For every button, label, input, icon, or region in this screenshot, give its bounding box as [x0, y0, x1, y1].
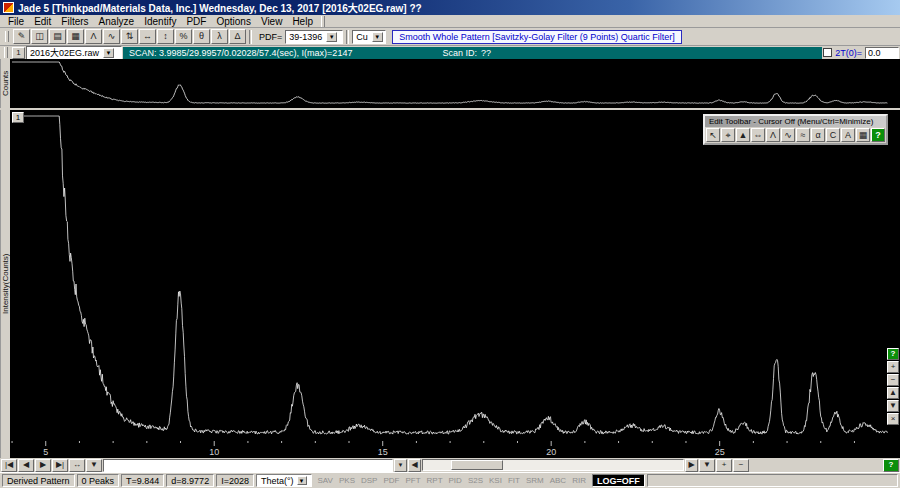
expand-y-button[interactable]: ↕	[157, 29, 174, 44]
range-list-button[interactable]: ▼	[699, 459, 715, 472]
next-pattern-button[interactable]: ▶	[35, 459, 51, 472]
lambda-button[interactable]: λ	[211, 29, 228, 44]
main-chart[interactable]: 510152025	[10, 110, 900, 458]
log-scale-toggle[interactable]: LOG=OFF	[592, 474, 645, 487]
thumbnail-chart[interactable]	[10, 59, 900, 108]
percent-scale-button[interactable]: %	[175, 29, 192, 44]
zoom-out-button[interactable]: −	[887, 374, 899, 386]
zoom-in-icon: +	[891, 363, 896, 371]
delta-button[interactable]: Δ	[229, 29, 246, 44]
peak-marker-button[interactable]: ▲	[736, 128, 750, 142]
edit-pattern-button[interactable]: ✎	[13, 29, 30, 44]
jade-window: Jade 5 [Thinkpad/Materials Data, Inc.] W…	[0, 0, 900, 488]
prev-pattern-icon: ◀	[23, 461, 29, 469]
menu-edit[interactable]: Edit	[29, 15, 56, 28]
peak-fit-button[interactable]: Λ	[766, 128, 780, 142]
menu-analyze[interactable]: Analyze	[94, 15, 140, 28]
report-button[interactable]: ▦	[67, 29, 84, 44]
fit-width-icon: ↔	[73, 461, 81, 469]
zoom-plus-icon: +	[722, 461, 727, 469]
scrollbar-thumb[interactable]	[451, 460, 503, 470]
find-peaks-button[interactable]: Λ	[85, 29, 102, 44]
clear-icon: C	[830, 131, 837, 140]
menu-help[interactable]: Help	[287, 15, 318, 28]
fit-width-button[interactable]: ↔	[69, 459, 85, 472]
zoom-out-icon: −	[891, 376, 896, 384]
flag-s2s: S2S	[468, 476, 483, 485]
toolbar-grip[interactable]	[4, 47, 8, 58]
scroll-right-button[interactable]: ▶	[685, 459, 698, 472]
smooth-edit-button[interactable]: ∿	[781, 128, 795, 142]
window-title: Jade 5 [Thinkpad/Materials Data, Inc.] W…	[18, 0, 422, 15]
menu-options[interactable]: Options	[211, 15, 255, 28]
angle-unit-combo[interactable]: Theta(°) ▼	[256, 474, 312, 487]
grid-icon: ▦	[859, 131, 868, 140]
menu-items: FileEditFiltersAnalyzeIdentifyPDFOptions…	[3, 15, 318, 28]
bottom-help-icon: ?	[889, 461, 894, 469]
scale-y-button[interactable]: ⇅	[121, 29, 138, 44]
zoom-buttons: ▼+−?	[699, 459, 899, 472]
overlay-button[interactable]: ◫	[31, 29, 48, 44]
background-button[interactable]: ≈	[796, 128, 810, 142]
close-zoom-button[interactable]: ×	[887, 413, 899, 425]
kalpha-button[interactable]: α	[811, 128, 825, 142]
titlebar[interactable]: Jade 5 [Thinkpad/Materials Data, Inc.] W…	[0, 0, 900, 15]
menu-filters[interactable]: Filters	[56, 15, 93, 28]
help-button[interactable]: ?	[871, 128, 885, 142]
menu-view[interactable]: View	[256, 15, 288, 28]
pattern-index-button[interactable]: 1	[12, 47, 25, 59]
position-input[interactable]	[103, 459, 393, 472]
pattern-index-badge[interactable]: 1	[12, 112, 24, 123]
last-pattern-icon: ▶|	[56, 461, 64, 469]
first-pattern-button[interactable]: |◀	[1, 459, 17, 472]
zoom-minus-button[interactable]: −	[733, 459, 749, 472]
two-theta-checkbox[interactable]	[823, 48, 832, 57]
toolbar-grip[interactable]	[5, 31, 9, 42]
chevron-down-icon[interactable]: ▼	[326, 32, 337, 42]
edit-toolbar-titlebar[interactable]: Edit Toolbar - Cursor Off (Menu/Ctrl=Min…	[705, 116, 886, 127]
flag-dsp: DSP	[361, 476, 377, 485]
clear-button[interactable]: C	[826, 128, 840, 142]
pdf-combo[interactable]: 39-1396 ▼	[285, 30, 343, 44]
zoom-in-button[interactable]: +	[887, 361, 899, 373]
chevron-down-icon[interactable]: ▼	[103, 48, 114, 58]
pan-up-icon: ▲	[889, 389, 897, 397]
pattern-nav-buttons: |◀◀▶▶|↔▼	[1, 459, 102, 472]
cursor-button[interactable]: ↖	[706, 128, 720, 142]
menu-pdf[interactable]: PDF	[181, 15, 211, 28]
chart-help-button[interactable]: ?	[887, 348, 899, 360]
bottom-help-button[interactable]: ?	[883, 459, 899, 472]
pan-up-button[interactable]: ▲	[887, 387, 899, 399]
print-button[interactable]: ▤	[49, 29, 66, 44]
pattern-scrollbar[interactable]	[422, 459, 684, 471]
file-combo[interactable]: 2016大02EG.raw ▼	[26, 46, 122, 60]
chevron-down-icon[interactable]: ▼	[297, 476, 307, 485]
list-button[interactable]: ▼	[86, 459, 102, 472]
zoom-plus-button[interactable]: +	[716, 459, 732, 472]
pan-down-button[interactable]: ▼	[887, 400, 899, 412]
scan-id-label: Scan ID:	[442, 48, 477, 58]
main-chart-area: Intensity(Counts) 1 510152025 Edit Toolb…	[0, 110, 900, 458]
expand-x-button[interactable]: ↔	[139, 29, 156, 44]
next-pattern-icon: ▶	[40, 461, 46, 469]
toolbar-grip[interactable]	[321, 16, 325, 27]
menu-file[interactable]: File	[3, 15, 29, 28]
menu-identify[interactable]: Identify	[139, 15, 181, 28]
theta-button[interactable]: θ	[193, 29, 210, 44]
grid-button[interactable]: ▦	[856, 128, 870, 142]
scroll-right-icon: ▶	[688, 461, 694, 469]
two-theta-offset-input[interactable]	[865, 47, 899, 59]
svg-text:20: 20	[546, 447, 556, 457]
range-button[interactable]: ⇔	[751, 128, 765, 142]
scroll-left-button[interactable]: ◀	[408, 459, 421, 472]
chevron-down-icon[interactable]: ▼	[372, 32, 383, 42]
peak-count-panel: 0 Peaks	[77, 474, 120, 487]
position-dropdown-button[interactable]: ▼	[394, 459, 407, 472]
anode-combo[interactable]: Cu ▼	[352, 30, 386, 44]
smooth-button[interactable]: ∿	[103, 29, 120, 44]
last-pattern-button[interactable]: ▶|	[52, 459, 68, 472]
crosshair-button[interactable]: ⌖	[721, 128, 735, 142]
prev-pattern-button[interactable]: ◀	[18, 459, 34, 472]
annotate-button[interactable]: A	[841, 128, 855, 142]
pdf-combo-value: 39-1396	[289, 32, 322, 42]
